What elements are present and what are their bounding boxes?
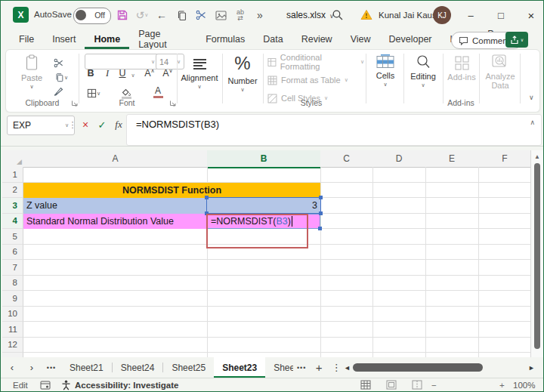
cut-button-ribbon[interactable] [50, 56, 66, 69]
row-header-8[interactable]: 8 [2, 276, 23, 292]
decrease-font-button[interactable]: A∨ [162, 68, 174, 79]
excel-app-icon[interactable]: X [13, 7, 29, 23]
cells-button[interactable]: Cells ∨ [369, 54, 402, 88]
analyze-data-button[interactable]: Analyze Data [482, 54, 518, 90]
italic-button[interactable]: I [101, 68, 113, 79]
page-layout-view-button[interactable] [386, 380, 397, 390]
add-sheet-button[interactable]: + [310, 361, 328, 374]
vertical-scrollbar[interactable]: ▲ [530, 150, 543, 357]
tab-file[interactable]: File [10, 29, 43, 49]
fill-handle[interactable] [318, 227, 322, 230]
share-button[interactable]: ∨ [505, 32, 528, 48]
row-header-6[interactable]: 6 [2, 245, 23, 261]
back-button[interactable]: ← [152, 5, 172, 25]
sheet-tab-sheet25[interactable]: Sheet25 [163, 357, 214, 378]
tab-review[interactable]: Review [292, 29, 342, 49]
row-header-12[interactable]: 12 [2, 338, 23, 353]
hscroll-right-icon[interactable]: ► [528, 364, 535, 372]
column-header-c[interactable]: C [320, 150, 373, 168]
row-header-1[interactable]: 1 [2, 167, 23, 183]
row-header-11[interactable]: 11 [2, 322, 23, 338]
column-header-b[interactable]: B [207, 150, 321, 168]
qat-overflow-button[interactable]: » [250, 5, 270, 25]
sheetbar-more-icon[interactable]: ⋮ [328, 362, 345, 373]
undo-button[interactable]: ↺∨ [132, 5, 152, 25]
tab-view[interactable]: View [342, 29, 380, 49]
insert-function-button[interactable]: fx [111, 116, 126, 134]
row-header-3[interactable]: 3 [2, 198, 23, 214]
accessibility-status[interactable]: Accessibility: Investigate [75, 381, 178, 390]
collapse-formula-bar-icon[interactable]: ∧ [530, 119, 535, 126]
increase-font-button[interactable]: A∧ [144, 68, 156, 79]
cut-button[interactable] [191, 5, 211, 25]
tab-formulas[interactable]: Formulas [196, 29, 254, 49]
paste-button[interactable]: Paste ∨ [17, 54, 47, 90]
page-break-view-button[interactable] [412, 380, 422, 390]
reference-handle[interactable] [319, 196, 323, 199]
sheet-tab-partial[interactable]: Shee [265, 357, 293, 378]
number-button[interactable]: % Number ∨ [224, 53, 261, 93]
sheet-list-ellipsis-icon[interactable]: ••• [42, 364, 61, 372]
column-header-d[interactable]: D [372, 150, 426, 168]
document-title[interactable]: sales.xlsx∨ [286, 10, 334, 20]
picture-button[interactable] [211, 5, 230, 25]
clipboard-dialog-launcher-icon[interactable] [71, 100, 78, 106]
redo-typing-button[interactable]: ab ⇄ [230, 5, 250, 25]
sheet-tab-sheet23-active[interactable]: Sheet23 [214, 357, 265, 378]
maximize-button[interactable]: □ [490, 5, 512, 25]
autosave-toggle[interactable]: Off [73, 8, 111, 24]
zoom-level[interactable]: 100% [513, 381, 535, 390]
accessibility-button[interactable] [61, 380, 71, 390]
cell-a4-result-label[interactable]: Standard Normal Distribution Value [23, 214, 207, 230]
row-header-2[interactable]: 2 [2, 183, 23, 199]
macro-record-button[interactable] [40, 381, 51, 390]
sheet-tab-sheet24[interactable]: Sheet24 [113, 357, 163, 378]
warning-indicator[interactable] [360, 9, 372, 20]
font-dialog-launcher-icon[interactable] [169, 100, 176, 106]
zoom-in-button[interactable]: + [499, 381, 505, 390]
select-all-button[interactable]: ◢ [2, 150, 24, 168]
horizontal-scroll-thumb[interactable] [353, 363, 483, 372]
font-color-button[interactable]: A [147, 85, 169, 98]
sheet-nav-next-icon[interactable]: › [22, 362, 42, 373]
normal-view-button[interactable] [360, 380, 371, 390]
namebox-drag-handle[interactable]: ⋮ [69, 116, 76, 134]
cell-a3-z-label[interactable]: Z value [23, 198, 207, 214]
bold-button[interactable]: B [85, 68, 97, 79]
copy-button[interactable] [172, 5, 191, 25]
zoom-out-button[interactable]: − [431, 381, 437, 390]
copy-button-ribbon[interactable]: ∨ [50, 70, 73, 84]
formula-input[interactable]: =NORMSDIST(B3) ∧ [126, 114, 542, 146]
tab-developer[interactable]: Developer [380, 29, 441, 49]
row-header-10[interactable]: 10 [2, 307, 23, 323]
tab-home[interactable]: Home [85, 29, 129, 49]
close-button[interactable]: × [521, 5, 542, 25]
hscroll-left-icon[interactable]: ◄ [344, 364, 351, 372]
reference-handle[interactable] [319, 211, 323, 215]
collapse-ribbon-button[interactable]: ∨ [529, 94, 534, 101]
alignment-button[interactable]: Alignment ∨ [178, 57, 221, 90]
cancel-entry-button[interactable]: × [78, 116, 93, 134]
column-header-f[interactable]: F [478, 150, 532, 168]
borders-button[interactable]: ∨ [83, 86, 104, 100]
name-box[interactable]: EXP ∨ [7, 116, 75, 135]
sheet-tab-sheet21[interactable]: Sheet21 [61, 357, 112, 378]
confirm-entry-button[interactable]: ✓ [94, 116, 110, 134]
scroll-up-icon[interactable]: ▲ [534, 153, 540, 160]
row-header-5[interactable]: 5 [2, 229, 23, 245]
sheet-nav-prev-icon[interactable]: ‹ [2, 362, 22, 373]
format-painter-button[interactable] [50, 85, 66, 98]
minimize-button[interactable]: – [460, 5, 481, 25]
column-header-e[interactable]: E [425, 150, 479, 168]
format-as-table-button[interactable]: Format as Table ∨ [267, 73, 364, 88]
cell-a2-title[interactable]: NORMSDIST Function [23, 183, 320, 199]
row-header-9[interactable]: 9 [2, 291, 23, 307]
user-avatar[interactable]: KJ [433, 6, 451, 24]
addins-button[interactable]: Add-ins [446, 56, 478, 82]
reference-handle[interactable] [205, 196, 209, 199]
row-header-4[interactable]: 4 [2, 214, 23, 230]
tab-page-layout[interactable]: Page Layout [129, 29, 196, 49]
underline-dropdown-icon[interactable]: ∨ [127, 73, 139, 79]
font-name-select[interactable]: ∨ [85, 54, 159, 69]
more-sheets-ellipsis-icon[interactable]: ••• [293, 364, 310, 372]
